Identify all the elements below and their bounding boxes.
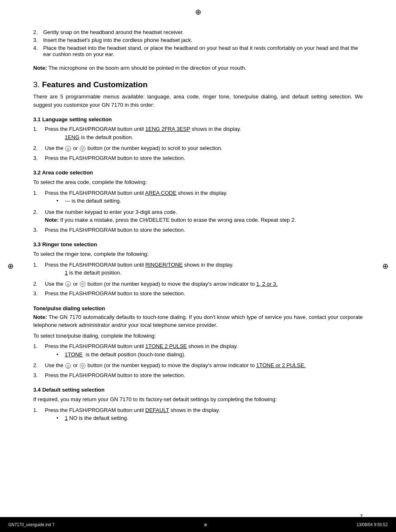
- step-3-1-1: 1. Press the FLASH/PROGRAM button until …: [33, 125, 363, 142]
- subsection-3-4-title: 3.4 Default setting selection: [33, 387, 363, 393]
- down-arrow-icon-3: ▽: [80, 363, 86, 369]
- step-3-3-3: 3. Press the FLASH/PROGRAM button to sto…: [33, 289, 363, 298]
- note-text: The microphone on the boom arm should be…: [47, 65, 246, 71]
- step-3-1-2: 2. Use the △ or ▽ button (or the number …: [33, 144, 363, 152]
- crosshair-left-icon: ⊕: [7, 262, 14, 271]
- subsection-3-2-intro: To select the area code, complete the fo…: [33, 178, 363, 186]
- subsection-3-3-intro: To select the ringer tone, complete the …: [33, 250, 363, 258]
- intro-step-3: 3. Insert the headset's plug into the co…: [33, 37, 363, 43]
- intro-steps: 2. Gently snap on the headband around th…: [33, 29, 363, 57]
- step-3-3-1: 1. Press the FLASH/PROGRAM button until …: [33, 261, 363, 278]
- up-arrow-icon-3: △: [65, 363, 71, 369]
- subsection-3-4: 3.4 Default setting selection If require…: [33, 387, 363, 424]
- tone-pulse-steps: 1. Press the FLASH/PROGRAM button until …: [33, 342, 363, 379]
- subsection-3-4-steps: 1. Press the FLASH/PROGRAM button until …: [33, 406, 363, 424]
- step-3-2-2: 2. Use the number keypad to enter your 3…: [33, 208, 363, 224]
- page-content: 2. Gently snap on the headband around th…: [33, 29, 363, 424]
- subsection-3-1-title: 3.1 Language setting selection: [33, 116, 363, 123]
- subsection-3-3-title: 3.3 Ringer tone selection: [33, 241, 363, 248]
- bullet-3-3-1: 1 is the default position.: [56, 269, 363, 277]
- footer-left: GN7170_userguide.ind 7: [8, 522, 54, 527]
- down-arrow-icon: ▽: [80, 146, 86, 152]
- step-3-2-1: 1. Press the FLASH/PROGRAM button until …: [33, 189, 363, 206]
- up-arrow-icon: △: [65, 146, 71, 152]
- crosshair-right-icon: ⊕: [382, 262, 389, 271]
- bullet-tp-1: • 1TONE is the default position (touch-t…: [56, 351, 363, 359]
- intro-step-4: 4. Place the headset into the headset st…: [33, 45, 363, 57]
- subsection-3-3: 3.3 Ringer tone selection To select the …: [33, 241, 363, 298]
- bullet-3-1-1: 1ENG is the default position.: [56, 133, 363, 142]
- bullet-3-2-1: • --- is the default setting.: [56, 197, 363, 205]
- up-arrow-icon-2: △: [65, 281, 71, 287]
- footer-center-icon: ⊕: [204, 522, 207, 527]
- crosshair-top-icon: ⊕: [195, 7, 201, 17]
- step-3-1-3: 3. Press the FLASH/PROGRAM button to sto…: [33, 154, 363, 162]
- subsection-3-2-steps: 1. Press the FLASH/PROGRAM button until …: [33, 189, 363, 234]
- note-label: Note:: [33, 65, 47, 71]
- footer-right: 13/08/04 9:55:52: [357, 522, 388, 527]
- subsection-tone-pulse: Tone/pulse dialing selection Note: The G…: [33, 305, 363, 380]
- subsection-3-2-title: 3.2 Area code selection: [33, 169, 363, 176]
- subsection-3-2: 3.2 Area code selection To select the ar…: [33, 169, 363, 234]
- section-3-intro: There are 5 programmable menus available…: [33, 93, 363, 109]
- step-tp-3: 3. Press the FLASH/PROGRAM button to sto…: [33, 371, 363, 380]
- section-3-title: 3. Features and Customization: [33, 80, 363, 89]
- bullet-3-4-1: • 1 NO is the default setting.: [56, 414, 363, 422]
- tone-pulse-intro: To select tone/pulse dialing, complete t…: [33, 332, 363, 340]
- subsection-3-3-steps: 1. Press the FLASH/PROGRAM button until …: [33, 261, 363, 298]
- step-3-4-1: 1. Press the FLASH/PROGRAM button until …: [33, 406, 363, 424]
- step-tp-1: 1. Press the FLASH/PROGRAM button until …: [33, 342, 363, 360]
- intro-step-2: 2. Gently snap on the headband around th…: [33, 29, 363, 35]
- subsection-3-1-steps: 1. Press the FLASH/PROGRAM button until …: [33, 125, 363, 162]
- subsection-3-1: 3.1 Language setting selection 1. Press …: [33, 116, 363, 162]
- down-arrow-icon-2: ▽: [80, 281, 86, 287]
- step-tp-2: 2. Use the △ or ▽ button (or the number …: [33, 361, 363, 370]
- subsection-3-4-intro: If required, you may return your GN 7170…: [33, 395, 363, 404]
- tone-pulse-note: Note: The GN 7170 automatically defaults…: [33, 313, 363, 329]
- tone-pulse-title: Tone/pulse dialing selection: [33, 305, 363, 311]
- intro-note: Note: The microphone on the boom arm sho…: [33, 65, 363, 71]
- footer-bar: GN7170_userguide.ind 7 ⊕ 13/08/04 9:55:5…: [0, 517, 396, 532]
- step-3-2-3: 3. Press the FLASH/PROGRAM button to sto…: [33, 226, 363, 234]
- step-3-3-2: 2. Use the △ or ▽ button (or the number …: [33, 280, 363, 288]
